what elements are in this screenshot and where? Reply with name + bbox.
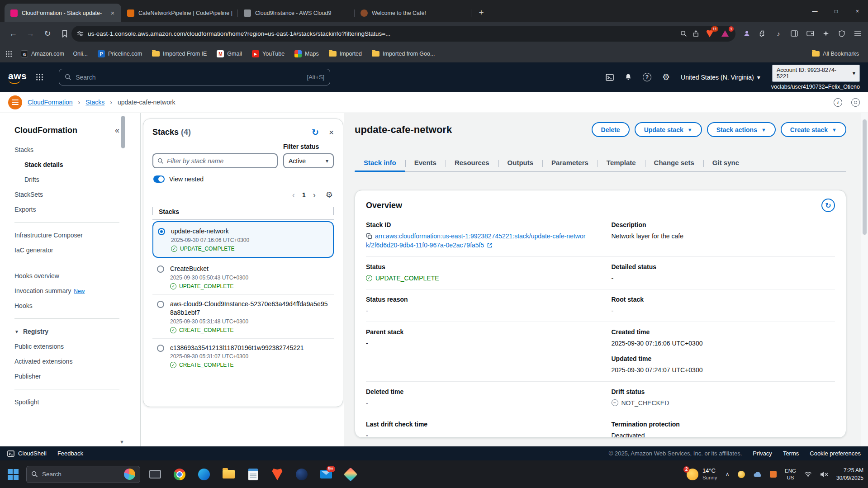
terms-link[interactable]: Terms bbox=[783, 450, 799, 457]
wallet-icon[interactable] bbox=[805, 28, 815, 38]
services-grid-icon[interactable] bbox=[36, 73, 43, 81]
sidebar-section-registry[interactable]: ▼ Registry bbox=[14, 328, 119, 335]
tab-parameters[interactable]: Parameters bbox=[542, 155, 598, 171]
firefox-icon[interactable] bbox=[293, 465, 310, 483]
page-scrollbar[interactable] bbox=[861, 113, 868, 446]
delete-button[interactable]: Delete bbox=[592, 122, 630, 137]
sidebar-item-publisher[interactable]: Publisher bbox=[14, 373, 41, 380]
cloudshell-icon[interactable] bbox=[606, 74, 614, 81]
stack-actions-button[interactable]: Stack actions▼ bbox=[707, 122, 776, 137]
search-icon[interactable] bbox=[680, 30, 687, 37]
reload-button[interactable]: ↻ bbox=[40, 26, 55, 41]
share-icon[interactable] bbox=[693, 30, 699, 37]
onedrive-cloud-icon[interactable] bbox=[753, 471, 762, 477]
stack-list-item[interactable]: update-cafe-network 2025-09-30 07:16:06 … bbox=[152, 221, 334, 258]
sidebar-item-infrastructure-composer[interactable]: Infrastructure Composer bbox=[14, 232, 83, 239]
browser-tab-cloudformation[interactable]: CloudFormation - Stack update- × bbox=[5, 4, 121, 22]
info-icon[interactable]: i bbox=[834, 98, 842, 107]
menu-icon[interactable] bbox=[853, 28, 863, 38]
scrollbar-thumb[interactable] bbox=[863, 119, 867, 235]
bookmark-folder-imported[interactable]: Imported bbox=[325, 49, 366, 59]
preferences-gear-icon[interactable]: ⚙ bbox=[326, 190, 333, 200]
hidden-icons-chevron[interactable]: ∧ bbox=[726, 471, 730, 478]
mail-icon[interactable]: 9+ bbox=[318, 465, 335, 483]
update-stack-button[interactable]: Update stack▼ bbox=[635, 122, 702, 137]
wifi-icon[interactable] bbox=[804, 471, 812, 477]
previous-page-icon[interactable]: ‹ bbox=[292, 190, 295, 200]
help-icon[interactable]: ? bbox=[643, 73, 651, 81]
vpn-shield-icon[interactable] bbox=[837, 28, 847, 38]
minimize-button[interactable]: — bbox=[804, 0, 825, 22]
file-explorer-icon[interactable] bbox=[220, 465, 237, 483]
browser-tab-cafe[interactable]: Welcome to the Café! bbox=[355, 4, 471, 22]
cloudshell-button[interactable]: CloudShell bbox=[7, 450, 47, 457]
close-panel-icon[interactable]: × bbox=[329, 128, 334, 137]
settings-gear-icon[interactable]: ⚙ bbox=[662, 72, 670, 82]
start-button[interactable] bbox=[0, 460, 26, 488]
sidebar-item-stack-details[interactable]: Stack details bbox=[14, 161, 63, 168]
sidebar-scrollbar[interactable] bbox=[121, 116, 125, 148]
view-nested-toggle[interactable] bbox=[153, 175, 165, 183]
sidebar-item-hooks-overview[interactable]: Hooks overview bbox=[14, 272, 59, 280]
back-button[interactable]: ← bbox=[5, 26, 21, 41]
updates-icon[interactable] bbox=[770, 471, 777, 478]
puzzle-icon[interactable] bbox=[758, 28, 768, 38]
search-highlights-icon[interactable] bbox=[124, 469, 135, 480]
side-menu-toggle-icon[interactable] bbox=[8, 95, 22, 109]
edge-icon[interactable] bbox=[195, 465, 213, 483]
brave-icon[interactable] bbox=[269, 465, 286, 483]
current-page[interactable]: 1 bbox=[302, 191, 306, 199]
sidebar-item-drifts[interactable]: Drifts bbox=[14, 176, 39, 183]
sidebar-item-iac-generator[interactable]: IaC generator bbox=[14, 246, 53, 254]
url-input[interactable] bbox=[88, 30, 676, 37]
stack-name-filter[interactable] bbox=[152, 153, 278, 168]
notepad-icon[interactable] bbox=[244, 465, 261, 483]
brave-rewards-icon[interactable]: 1 bbox=[720, 29, 730, 38]
scroll-down-icon[interactable]: ▼ bbox=[119, 439, 124, 445]
next-page-icon[interactable]: › bbox=[313, 190, 316, 200]
region-selector[interactable]: United States (N. Virginia) ▾ bbox=[681, 74, 760, 81]
tab-events[interactable]: Events bbox=[405, 155, 446, 171]
copy-icon[interactable] bbox=[366, 233, 372, 239]
sidebar-item-hooks[interactable]: Hooks bbox=[14, 302, 33, 309]
refresh-overview-icon[interactable]: ↻ bbox=[821, 199, 835, 212]
aws-logo[interactable]: aws bbox=[8, 71, 27, 84]
stack-list-item[interactable]: aws-cloud9-Cloud9Instance-52370e63a49d4f… bbox=[152, 295, 334, 339]
tab-template[interactable]: Template bbox=[598, 155, 645, 171]
sidebar-item-activated-extensions[interactable]: Activated extensions bbox=[14, 358, 72, 365]
stack-radio[interactable] bbox=[157, 345, 164, 352]
tab-change-sets[interactable]: Change sets bbox=[645, 155, 703, 171]
maximize-button[interactable]: □ bbox=[825, 0, 847, 22]
browser-tab-codepipeline[interactable]: CafeNetworkPipeline | CodePipeline | bbox=[121, 4, 238, 22]
taskbar-search-input[interactable] bbox=[42, 471, 120, 478]
bookmark-maps[interactable]: Maps bbox=[290, 48, 323, 59]
refresh-icon[interactable]: ↻ bbox=[312, 127, 319, 137]
cookie-preferences-link[interactable]: Cookie preferences bbox=[810, 450, 861, 457]
tab-resources[interactable]: Resources bbox=[446, 155, 498, 171]
bookmark-folder-ie[interactable]: Imported From IE bbox=[148, 49, 211, 59]
taskbar-search[interactable] bbox=[26, 466, 140, 483]
task-view-icon[interactable] bbox=[147, 465, 164, 483]
stack-radio[interactable] bbox=[157, 301, 164, 308]
console-search[interactable]: [Alt+S] bbox=[59, 69, 330, 85]
sidebar-item-stacks[interactable]: Stacks bbox=[14, 146, 33, 153]
address-bar[interactable]: 11 1 bbox=[71, 26, 735, 42]
site-settings-icon[interactable] bbox=[77, 30, 84, 37]
bookmark-gmail[interactable]: M Gmail bbox=[213, 48, 246, 59]
music-icon[interactable]: ♪ bbox=[773, 28, 783, 38]
privacy-link[interactable]: Privacy bbox=[753, 450, 772, 457]
bookmark-priceline[interactable]: P Priceline.com bbox=[94, 48, 146, 59]
all-bookmarks-button[interactable]: All Bookmarks bbox=[808, 49, 863, 59]
tab-outputs[interactable]: Outputs bbox=[498, 155, 543, 171]
stack-list-item[interactable]: c138693a3541213l11870196t1w992382745221 … bbox=[152, 339, 334, 374]
sidebar-item-stacksets[interactable]: StackSets bbox=[14, 191, 43, 198]
sidebar-item-spotlight[interactable]: Spotlight bbox=[14, 398, 39, 406]
stack-arn-link[interactable]: arn:aws:cloudformation:us-east-1:9923827… bbox=[366, 232, 585, 249]
brave-shields-icon[interactable]: 11 bbox=[705, 29, 715, 38]
breadcrumb-stacks[interactable]: Stacks bbox=[85, 99, 104, 106]
language-indicator[interactable]: ENG US bbox=[785, 468, 796, 481]
weather-widget[interactable]: 2 14°C Sunny bbox=[687, 467, 717, 481]
clock[interactable]: 7:25 AM 30/09/2025 bbox=[836, 467, 863, 481]
leo-ai-icon[interactable] bbox=[821, 28, 831, 38]
sidebar-item-public-extensions[interactable]: Public extensions bbox=[14, 343, 64, 350]
